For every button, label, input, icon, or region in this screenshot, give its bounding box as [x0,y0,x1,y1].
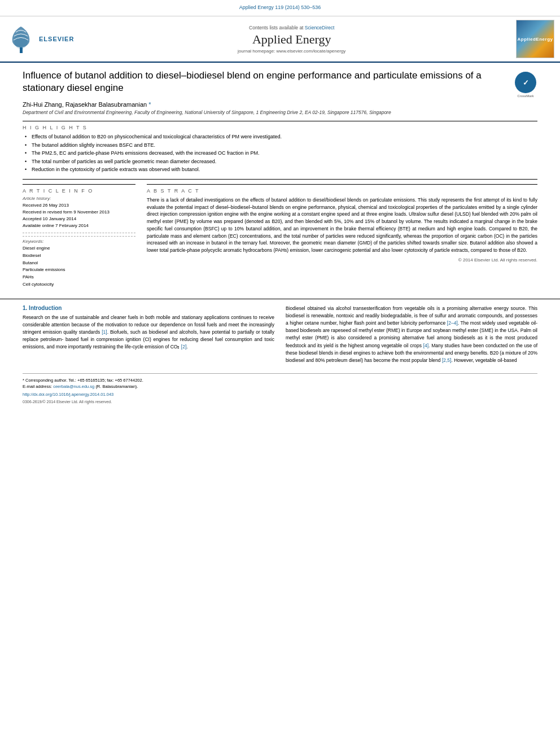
contents-line: Contents lists available at ScienceDirec… [74,25,509,30]
highlight-item-4: The total number of particles as well pa… [25,158,537,165]
ref-1: [1] [102,329,107,335]
corresponding-star: * [148,101,151,108]
article-info-box: A R T I C L E I N F O Article history: R… [23,184,135,289]
abstract-text: There is a lack of detailed investigatio… [147,196,537,254]
crossmark-label: CrossMark [515,94,536,98]
highlights-list: Effects of butanol addition to B20 on ph… [23,133,537,173]
abstract-label: A B S T R A C T [147,188,537,194]
intro-para-1: Research on the use of sustainable and c… [23,314,274,351]
highlights-label: H I G H L I G H T S [23,125,537,130]
keyword-5: PAHs [23,274,135,281]
revised-line: Received in revised form 9 November 2013 [23,209,135,216]
affiliation: Department of Civil and Environmental En… [23,110,537,115]
divider-keywords [23,233,135,233]
footnote-area: * Corresponding author. Tel.: +65 651651… [23,373,537,390]
intro-col-left: 1. Introduction Research on the use of s… [23,305,274,368]
available-line: Available online 7 February 2014 [23,222,135,229]
keyword-2: Biodiesel [23,252,135,260]
keyword-6: Cell cytotoxicity [23,281,135,289]
body-section: 1. Introduction Research on the use of s… [0,299,560,390]
history-title: Article history: [23,196,135,201]
highlight-item-1: Effects of butanol addition to B20 on ph… [25,133,537,141]
highlights-section: H I G H L I G H T S Effects of butanol a… [23,125,537,173]
divider-below-highlights [23,179,537,180]
footnote-corresponding: * Corresponding author. Tel.: +65 651651… [23,377,537,383]
journal-logo-text: AppliedEnergy [518,37,553,42]
crossmark-icon: ✓ [515,72,536,93]
homepage-line: journal homepage: www.elsevier.com/locat… [74,49,509,54]
journal-header: Applied Energy 119 (2014) 530–536 [0,0,560,16]
keywords-title: Keywords: [23,239,135,244]
highlight-item-2: The butanol addition slightly increases … [25,142,537,149]
elsevier-text: ELSEVIER [39,36,74,42]
journal-logo-right: AppliedEnergy [509,20,554,58]
email-link[interactable]: ceerbala@nus.edu.sg [53,384,94,389]
highlight-item-5: Reduction in the cytotoxicity of particl… [25,166,537,173]
journal-logo-box: AppliedEnergy [516,20,554,58]
abstract-column: A B S T R A C T There is a lack of detai… [147,184,537,293]
elsevier-tree-icon [6,24,37,55]
keyword-3: Butanol [23,260,135,267]
accepted-line: Accepted 10 January 2014 [23,216,135,222]
intro-heading: 1. Introduction [23,305,274,311]
crossmark-logo: ✓ CrossMark [514,72,537,98]
highlight-item-3: The PM2.5, EC and particle-phase PAHs em… [25,150,537,157]
ref-4: [4] [423,343,428,348]
intro-columns: 1. Introduction Research on the use of s… [23,305,537,368]
journal-title-big: Applied Energy [74,32,509,47]
header-center: Contents lists available at ScienceDirec… [74,25,509,54]
ref-2-4: [2–4] [447,320,458,326]
divider-after-affiliation [23,121,537,121]
article-title: Influence of butanol addition to diesel–… [23,69,508,94]
header-main: ELSEVIER Contents lists available at Sci… [0,16,560,63]
authors-line: Zhi-Hui Zhang, Rajasekhar Balasubramania… [23,101,537,108]
article-info-column: A R T I C L E I N F O Article history: R… [23,184,135,293]
ref-2-5: [2,5] [442,357,452,363]
article-title-section: Influence of butanol addition to diesel–… [23,69,537,98]
two-column-section: A R T I C L E I N F O Article history: R… [23,184,537,293]
doi-line[interactable]: http://dx.doi.org/10.1016/j.apenergy.201… [0,390,560,399]
article-title-text: Influence of butanol addition to diesel–… [23,69,508,94]
abstract-box: A B S T R A C T There is a lack of detai… [147,184,537,263]
keywords-section: Keywords: Diesel engine Biodiesel Butano… [23,236,135,289]
intro-para-right-1: Biodiesel obtained via alcohol transeste… [286,305,537,364]
svg-text:✓: ✓ [523,78,529,87]
copyright-footer: 0306-2619/© 2014 Elsevier Ltd. All right… [0,399,560,407]
article-info-label: A R T I C L E I N F O [23,188,135,194]
elsevier-logo: ELSEVIER [6,24,74,55]
article-main: Influence of butanol addition to diesel–… [0,63,560,299]
footnote-email: E-mail address: ceerbala@nus.edu.sg (R. … [23,383,537,390]
authors-text: Zhi-Hui Zhang, Rajasekhar Balasubramania… [23,101,151,108]
article-history: Article history: Received 26 May 2013 Re… [23,196,135,229]
abstract-copyright: © 2014 Elsevier Ltd. All rights reserved… [147,257,537,263]
keyword-4: Particulate emissions [23,267,135,274]
journal-ref: Applied Energy 119 (2014) 530–536 [0,5,560,10]
ref-2: [2] [181,344,186,350]
keyword-1: Diesel engine [23,245,135,252]
received-line: Received 26 May 2013 [23,202,135,209]
intro-col-right: Biodiesel obtained via alcohol transeste… [286,305,537,368]
sciencedirect-link[interactable]: ScienceDirect [305,25,334,30]
